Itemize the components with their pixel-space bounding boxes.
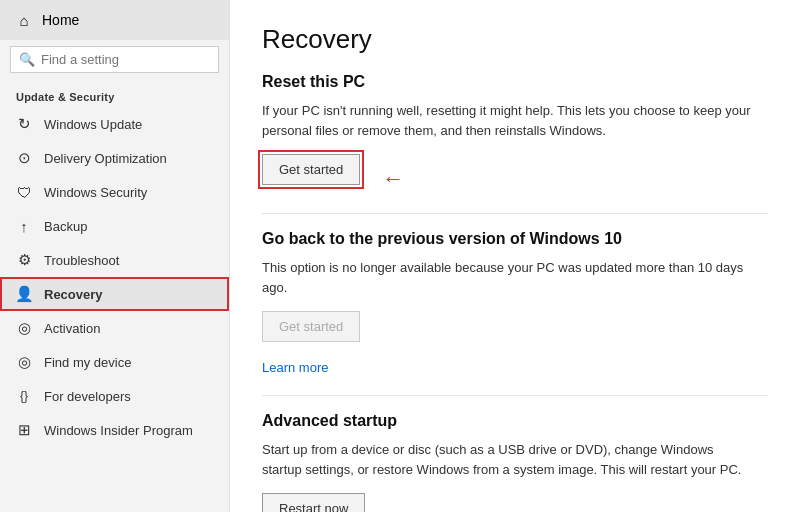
advanced-startup-section: Advanced startup Start up from a device … bbox=[262, 412, 768, 512]
main-content: Recovery Reset this PC If your PC isn't … bbox=[230, 0, 800, 512]
page-title: Recovery bbox=[262, 24, 768, 55]
sidebar-item-for-developers[interactable]: {} For developers bbox=[0, 379, 229, 413]
for-developers-icon: {} bbox=[16, 388, 32, 404]
divider-1 bbox=[262, 213, 768, 214]
restart-now-button[interactable]: Restart now bbox=[262, 493, 365, 512]
learn-more-link[interactable]: Learn more bbox=[262, 360, 768, 375]
sidebar-item-label: Windows Update bbox=[44, 117, 142, 132]
sidebar-item-find-my-device[interactable]: ◎ Find my device bbox=[0, 345, 229, 379]
windows-insider-icon: ⊞ bbox=[16, 422, 32, 438]
sidebar-item-activation[interactable]: ◎ Activation bbox=[0, 311, 229, 345]
sidebar: ⌂ Home 🔍 Update & Security ↻ Windows Upd… bbox=[0, 0, 230, 512]
sidebar-item-label: Delivery Optimization bbox=[44, 151, 167, 166]
sidebar-item-label: Troubleshoot bbox=[44, 253, 119, 268]
find-my-device-icon: ◎ bbox=[16, 354, 32, 370]
activation-icon: ◎ bbox=[16, 320, 32, 336]
sidebar-item-troubleshoot[interactable]: ⚙ Troubleshoot bbox=[0, 243, 229, 277]
sidebar-item-label: Activation bbox=[44, 321, 100, 336]
advanced-startup-desc: Start up from a device or disc (such as … bbox=[262, 440, 752, 479]
sidebar-item-label: For developers bbox=[44, 389, 131, 404]
windows-update-icon: ↻ bbox=[16, 116, 32, 132]
troubleshoot-icon: ⚙ bbox=[16, 252, 32, 268]
backup-icon: ↑ bbox=[16, 218, 32, 234]
delivery-optimization-icon: ⊙ bbox=[16, 150, 32, 166]
recovery-icon: 👤 bbox=[16, 286, 32, 302]
reset-pc-desc: If your PC isn't running well, resetting… bbox=[262, 101, 752, 140]
sidebar-item-recovery[interactable]: 👤 Recovery bbox=[0, 277, 229, 311]
sidebar-home-label: Home bbox=[42, 12, 79, 28]
sidebar-item-label: Recovery bbox=[44, 287, 103, 302]
sidebar-item-label: Backup bbox=[44, 219, 87, 234]
sidebar-section-label: Update & Security bbox=[0, 83, 229, 107]
divider-2 bbox=[262, 395, 768, 396]
sidebar-item-delivery-optimization[interactable]: ⊙ Delivery Optimization bbox=[0, 141, 229, 175]
go-back-get-started-button[interactable]: Get started bbox=[262, 311, 360, 342]
sidebar-item-label: Windows Security bbox=[44, 185, 147, 200]
reset-pc-get-started-button[interactable]: Get started bbox=[262, 154, 360, 185]
advanced-startup-title: Advanced startup bbox=[262, 412, 768, 430]
search-icon: 🔍 bbox=[19, 52, 35, 67]
red-arrow-icon: ← bbox=[382, 166, 404, 192]
sidebar-item-windows-update[interactable]: ↻ Windows Update bbox=[0, 107, 229, 141]
search-input[interactable] bbox=[41, 52, 210, 67]
go-back-title: Go back to the previous version of Windo… bbox=[262, 230, 768, 248]
reset-pc-btn-row: Get started ← bbox=[262, 154, 768, 203]
go-back-desc: This option is no longer available becau… bbox=[262, 258, 752, 297]
sidebar-item-label: Windows Insider Program bbox=[44, 423, 193, 438]
home-icon: ⌂ bbox=[16, 12, 32, 28]
search-box[interactable]: 🔍 bbox=[10, 46, 219, 73]
sidebar-item-windows-insider[interactable]: ⊞ Windows Insider Program bbox=[0, 413, 229, 447]
sidebar-item-backup[interactable]: ↑ Backup bbox=[0, 209, 229, 243]
sidebar-item-label: Find my device bbox=[44, 355, 131, 370]
go-back-section: Go back to the previous version of Windo… bbox=[262, 230, 768, 375]
sidebar-item-windows-security[interactable]: 🛡 Windows Security bbox=[0, 175, 229, 209]
windows-security-icon: 🛡 bbox=[16, 184, 32, 200]
reset-pc-title: Reset this PC bbox=[262, 73, 768, 91]
sidebar-item-home[interactable]: ⌂ Home bbox=[0, 0, 229, 40]
reset-pc-section: Reset this PC If your PC isn't running w… bbox=[262, 73, 768, 203]
